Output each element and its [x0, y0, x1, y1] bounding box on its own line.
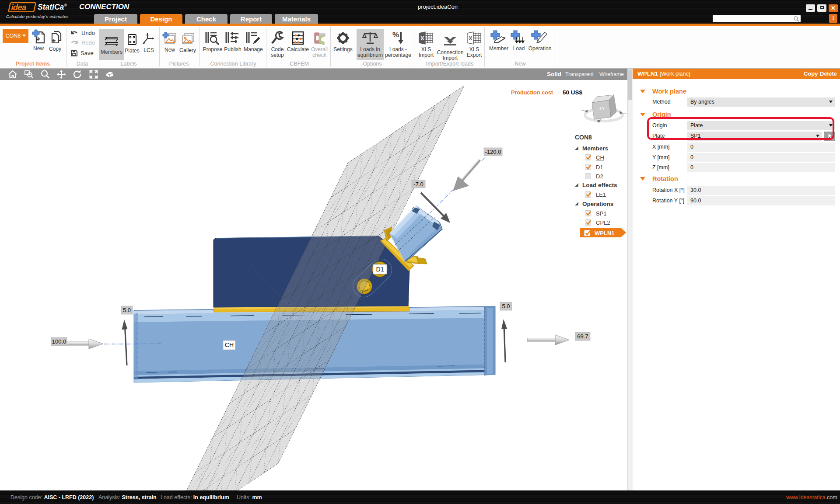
svg-text:Production cost: Production cost — [511, 89, 553, 96]
svg-text:CH: CH — [225, 341, 234, 348]
svg-text:69.7: 69.7 — [577, 333, 588, 340]
svg-text:idea: idea — [10, 3, 28, 12]
svg-text:5.0: 5.0 — [502, 303, 510, 309]
svg-text:5.0: 5.0 — [123, 307, 131, 313]
svg-text:+Y: +Y — [599, 106, 605, 111]
svg-text:-7.0: -7.0 — [413, 181, 423, 188]
svg-text:100.0: 100.0 — [52, 338, 66, 345]
svg-text:%: % — [392, 31, 399, 39]
svg-text:50 US$: 50 US$ — [563, 89, 583, 96]
svg-text:-120.0: -120.0 — [485, 149, 501, 155]
svg-text:X: X — [420, 35, 424, 42]
svg-text:D1: D1 — [376, 266, 384, 273]
svg-text:X: X — [469, 35, 472, 42]
svg-text:-: - — [557, 89, 560, 96]
